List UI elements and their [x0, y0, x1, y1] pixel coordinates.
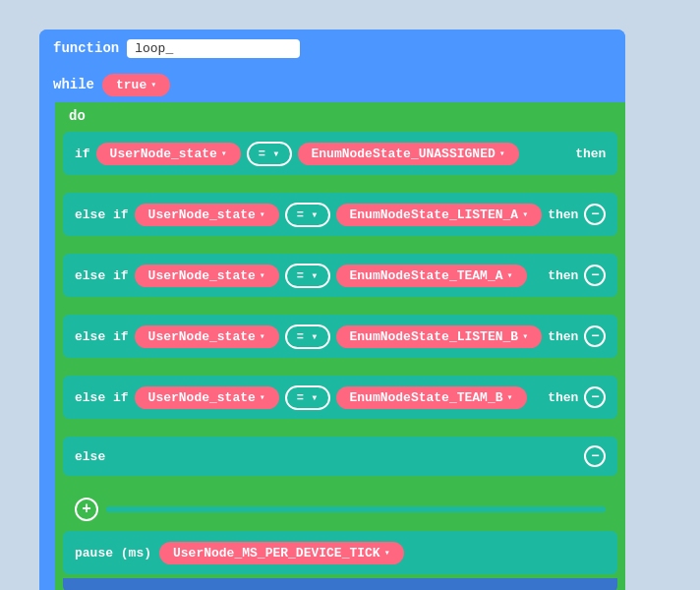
val-arrow-icon-2: ▾ [507, 269, 513, 281]
pause-value: UserNode_MS_PER_DEVICE_TICK [173, 546, 380, 560]
while-header: while true ▾ [39, 67, 625, 102]
plus-spacer [106, 506, 606, 512]
function-label: function [53, 40, 119, 56]
then-label-1: then [548, 207, 578, 222]
condition-row-0: if UserNode_state ▾ = ▾ EnumNodeState_UN… [63, 132, 617, 175]
pause-label: pause (ms) [75, 546, 151, 560]
condition-block-3: else if UserNode_state ▾ = ▾ EnumNodeSta… [63, 315, 617, 358]
operator-pill-0[interactable]: = ▾ [247, 142, 292, 166]
else-if-keyword-1: else if [75, 207, 129, 222]
bottom-cap [63, 578, 617, 590]
condition-block-4: else if UserNode_state ▾ = ▾ EnumNodeSta… [63, 376, 617, 419]
else-if-keyword-3: else if [75, 329, 129, 344]
var-arrow-icon-4: ▾ [260, 391, 265, 403]
value-dropdown-2[interactable]: EnumNodeState_TEAM_A ▾ [336, 265, 527, 287]
minus-button-4[interactable]: − [584, 386, 606, 408]
minus-button-1[interactable]: − [584, 204, 606, 225]
else-if-keyword-2: else if [75, 268, 129, 283]
if-keyword-0: if [75, 147, 90, 161]
function-name-input[interactable] [127, 39, 300, 58]
connector-1 [63, 240, 625, 250]
connector-4 [63, 423, 625, 433]
var-arrow-icon-1: ▾ [260, 208, 265, 220]
connector-0 [63, 179, 625, 189]
variable-dropdown-1[interactable]: UserNode_state ▾ [135, 204, 279, 226]
condition-block-0: if UserNode_state ▾ = ▾ EnumNodeState_UN… [63, 132, 617, 175]
then-label-0: then [575, 147, 606, 161]
else-block: else − [63, 437, 617, 476]
val-arrow-icon-0: ▾ [499, 148, 505, 159]
var-arrow-icon-0: ▾ [221, 148, 227, 159]
while-label: while [53, 77, 94, 92]
val-arrow-icon-4: ▾ [507, 391, 513, 403]
val-arrow-icon-1: ▾ [522, 208, 528, 220]
connector-5 [63, 480, 625, 490]
else-row: else − [63, 437, 617, 476]
while-arrow-icon: ▾ [150, 79, 156, 90]
do-block: do if UserNode_state ▾ = ▾ EnumNodeSt [55, 102, 625, 590]
while-true-dropdown[interactable]: true ▾ [102, 74, 170, 96]
pause-block: pause (ms) UserNode_MS_PER_DEVICE_TICK ▾ [63, 531, 617, 574]
value-dropdown-3[interactable]: EnumNodeState_LISTEN_B ▾ [336, 325, 543, 348]
val-arrow-icon-3: ▾ [522, 330, 528, 342]
var-arrow-icon-2: ▾ [260, 269, 265, 281]
do-label: do [55, 102, 625, 128]
operator-pill-4[interactable]: = ▾ [285, 385, 330, 410]
minus-button-3[interactable]: − [584, 325, 606, 347]
workspace: function while true ▾ do if [0, 0, 700, 590]
condition-row-2: else if UserNode_state ▾ = ▾ EnumNodeSta… [63, 254, 617, 297]
plus-button[interactable]: + [75, 498, 98, 521]
operator-pill-1[interactable]: = ▾ [285, 203, 330, 227]
value-dropdown-1[interactable]: EnumNodeState_LISTEN_A ▾ [336, 204, 543, 226]
pause-arrow-icon: ▾ [384, 547, 390, 559]
else-keyword: else [75, 449, 105, 464]
value-dropdown-4[interactable]: EnumNodeState_TEAM_B ▾ [336, 386, 527, 409]
then-label-4: then [548, 390, 578, 405]
value-dropdown-0[interactable]: EnumNodeState_UNASSIGNED ▾ [298, 143, 519, 165]
minus-button-2[interactable]: − [584, 265, 606, 286]
variable-dropdown-3[interactable]: UserNode_state ▾ [135, 325, 279, 348]
variable-dropdown-2[interactable]: UserNode_state ▾ [135, 265, 279, 287]
variable-dropdown-0[interactable]: UserNode_state ▾ [96, 143, 241, 165]
condition-row-1: else if UserNode_state ▾ = ▾ EnumNodeSta… [63, 193, 617, 236]
operator-pill-3[interactable]: = ▾ [285, 324, 330, 349]
variable-dropdown-4[interactable]: UserNode_state ▾ [135, 386, 279, 409]
pause-value-dropdown[interactable]: UserNode_MS_PER_DEVICE_TICK ▾ [159, 542, 404, 564]
else-minus-button[interactable]: − [584, 445, 606, 467]
operator-pill-2[interactable]: = ▾ [285, 264, 330, 288]
condition-block-1: else if UserNode_state ▾ = ▾ EnumNodeSta… [63, 193, 617, 236]
while-block: while true ▾ do if UserNode_state ▾ [39, 67, 625, 590]
plus-row: + [63, 492, 617, 527]
condition-row-3: else if UserNode_state ▾ = ▾ EnumNodeSta… [63, 315, 617, 358]
then-label-3: then [548, 329, 578, 344]
var-arrow-icon-3: ▾ [260, 330, 265, 342]
then-label-2: then [548, 268, 578, 283]
function-header: function [39, 30, 625, 67]
connector-3 [63, 362, 625, 372]
function-block: function while true ▾ do if [39, 30, 625, 590]
while-true-value: true [116, 78, 146, 92]
condition-row-4: else if UserNode_state ▾ = ▾ EnumNodeSta… [63, 376, 617, 419]
condition-block-2: else if UserNode_state ▾ = ▾ EnumNodeSta… [63, 254, 617, 297]
connector-2 [63, 301, 625, 311]
else-if-keyword-4: else if [75, 390, 129, 405]
